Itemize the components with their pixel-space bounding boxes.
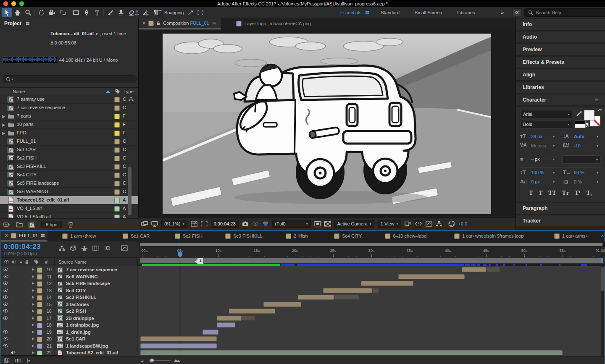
exposure-reset-icon[interactable] (448, 220, 455, 227)
project-column-header[interactable]: Name Type (0, 87, 138, 96)
vertical-scale-dropdown[interactable]: ▾ (553, 171, 555, 175)
source-name-column-label[interactable]: Source Name (58, 259, 87, 264)
tool-hand[interactable] (12, 8, 23, 17)
fill-stroke-swatches[interactable] (584, 110, 602, 128)
layer-duration-bar[interactable] (323, 288, 372, 293)
project-panel-tab[interactable]: Project (4, 21, 30, 26)
label-color-chip[interactable] (37, 323, 42, 328)
label-color-chip[interactable] (114, 114, 120, 119)
layer-duration-bar[interactable] (203, 330, 218, 335)
lock-column-icon[interactable] (25, 260, 29, 264)
show-channel-icon[interactable] (262, 220, 269, 227)
pixel-aspect-icon[interactable] (415, 220, 422, 228)
label-color-chip[interactable] (37, 343, 42, 349)
timeline-tab[interactable]: 1 car+arms+ (554, 230, 588, 241)
twirl-icon[interactable] (2, 115, 6, 119)
eye-icon[interactable] (3, 267, 8, 271)
layer-duration-bar[interactable] (140, 350, 563, 355)
project-item[interactable]: 7 car reverse sequenceC (0, 104, 138, 112)
label-color-chip[interactable] (37, 274, 42, 280)
tool-clone-stamp[interactable] (116, 8, 126, 17)
panel-tracker-header[interactable]: Tracker (516, 215, 605, 226)
new-folder-icon[interactable] (16, 221, 23, 228)
transparency-grid-icon[interactable] (324, 220, 331, 227)
twirl-icon[interactable] (32, 351, 35, 354)
stroke-width-value[interactable]: – px (531, 157, 540, 162)
audio-column-icon[interactable] (11, 259, 16, 264)
draft-3d-icon[interactable] (70, 245, 76, 251)
all-caps-button[interactable]: TT (548, 190, 556, 196)
local-axis-icon[interactable] (134, 9, 140, 16)
layer-duration-bar[interactable] (334, 295, 359, 300)
label-color-chip[interactable] (37, 281, 42, 287)
panel-effects-presets-header[interactable]: Effects & Presets (516, 57, 605, 68)
timeline-tab[interactable]: 1 arm+throw (62, 230, 96, 241)
layer-name[interactable]: 1 drainpipe.jpg (66, 322, 99, 327)
navigator-end-cap[interactable] (602, 243, 602, 246)
label-column-icon[interactable] (34, 259, 39, 264)
twirl-icon[interactable] (32, 323, 35, 327)
comp-flowchart-icon[interactable] (436, 220, 442, 227)
twirl-icon[interactable] (32, 296, 35, 299)
twirl-icon[interactable] (32, 344, 35, 348)
label-color-chip[interactable] (114, 139, 120, 144)
lock-icon[interactable] (156, 21, 160, 25)
tool-pan-behind[interactable] (57, 8, 68, 17)
world-axis-icon[interactable] (143, 9, 150, 16)
viewer-timecode[interactable]: 0:00:04:23 (211, 220, 239, 228)
eye-icon[interactable] (3, 302, 8, 306)
font-style-select[interactable]: Bold▾ (520, 120, 572, 128)
new-composition-icon[interactable] (29, 221, 35, 228)
fill-color-swatch[interactable] (584, 110, 594, 120)
column-type[interactable]: Type (124, 89, 134, 94)
layer-duration-bar[interactable] (486, 267, 500, 272)
layer-duration-bar[interactable] (140, 343, 217, 348)
comp-mini-flowchart-icon[interactable] (58, 245, 65, 251)
label-color-chip[interactable] (114, 206, 120, 212)
twirl-icon[interactable] (32, 268, 35, 271)
project-item[interactable]: Sc6 WARNINGC (0, 188, 138, 196)
twirl-icon[interactable] (32, 309, 35, 313)
font-size-value[interactable]: 36 px (531, 134, 542, 139)
panel-menu-icon[interactable] (25, 21, 30, 26)
kerning-value[interactable]: Metrics (531, 143, 546, 148)
stroke-style-select[interactable]: ▾ (562, 155, 601, 164)
target-region-icon[interactable] (314, 220, 321, 227)
tool-type[interactable] (92, 8, 102, 17)
panel-align-header[interactable]: Align (516, 69, 605, 80)
time-ruler[interactable]: :00s05s10s15s20s25s30s35s40s45s50s55s01:… (139, 247, 605, 257)
always-preview-icon[interactable] (141, 220, 148, 227)
project-item[interactable]: TobaccoLS2_edit_01.aifA (0, 196, 138, 204)
eye-icon[interactable] (3, 316, 8, 320)
twirl-icon[interactable] (32, 317, 35, 320)
region-of-interest-icon[interactable] (201, 220, 208, 227)
horizontal-scale-dropdown[interactable]: ▾ (597, 171, 598, 175)
label-color-chip[interactable] (114, 156, 120, 161)
baseline-shift-dropdown[interactable]: ▾ (553, 180, 555, 184)
vertical-scale-value[interactable]: 100 % (531, 170, 544, 175)
zoom-window-icon[interactable] (19, 1, 24, 6)
panel-info-header[interactable]: Info (516, 19, 605, 30)
layer-row[interactable]: 181 drainpipe.jpg (0, 322, 605, 329)
video-column-icon[interactable] (4, 260, 9, 264)
layer-row[interactable]: 13Sc4 CITY (0, 287, 605, 294)
layer-row[interactable]: 191_drain.jpg (0, 329, 605, 336)
timeline-tab[interactable]: 2 lilfish (286, 230, 308, 241)
tab-composition[interactable]: ✕ Composition FULL_01 (139, 18, 221, 29)
layer-name[interactable]: Sc3 FISHKILL (66, 295, 96, 300)
project-item[interactable]: Sc2 FISHC (0, 154, 138, 162)
layer-duration-bar[interactable] (263, 302, 301, 307)
layer-name[interactable]: Sc2 FISH (66, 309, 86, 314)
item-name[interactable]: TobaccoLS2_edit_01.aif (17, 197, 69, 202)
close-window-icon[interactable] (3, 1, 8, 6)
zoom-in-mountain-icon[interactable] (174, 358, 181, 362)
layer-name[interactable]: 2B drainpipe (66, 316, 94, 321)
label-color-chip[interactable] (114, 105, 120, 111)
index-column-label[interactable]: # (45, 259, 47, 264)
expand-layer-switches-icon[interactable] (4, 358, 10, 364)
resolution-dropdown[interactable]: (Full)▾ (272, 220, 311, 228)
layer-row[interactable]: 16Sc2 FISH (0, 308, 605, 315)
timeline-tab-overflow[interactable]: › (601, 233, 603, 238)
label-color-chip[interactable] (37, 288, 42, 293)
label-color-chip[interactable] (37, 295, 42, 301)
